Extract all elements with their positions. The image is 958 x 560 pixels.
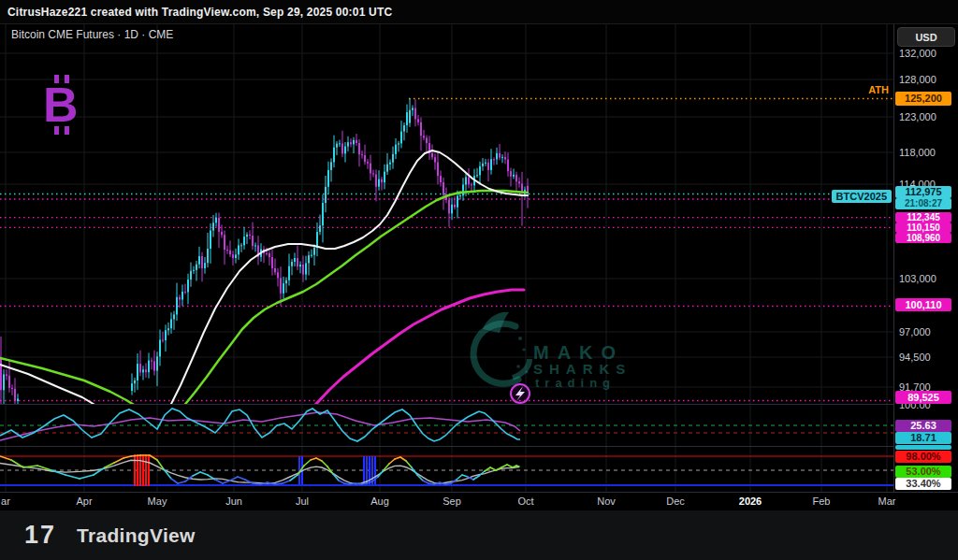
price-value-tag: 98.00% <box>895 451 951 463</box>
price-tick-label: 132,000 <box>894 48 958 59</box>
contract-label: BTCV2025 <box>832 190 892 203</box>
time-tick-label: Aug <box>370 495 389 507</box>
tradingview-brand[interactable]: TradingView <box>77 524 196 547</box>
time-axis[interactable]: arAprMayJunJulAugSepOctNovDec2026FebMar <box>0 492 958 511</box>
watermark-line3: trading <box>535 376 616 390</box>
price-pane[interactable] <box>0 98 893 410</box>
price-value-tag: 21:08:27 <box>895 198 951 209</box>
time-tick-label: Oct <box>517 495 533 507</box>
price-tick-label: 97,000 <box>894 326 958 337</box>
price-tick-label: 103,000 <box>894 273 958 284</box>
price-tick-label: 118,000 <box>894 147 958 158</box>
time-tick-label: Nov <box>597 495 616 507</box>
footer-bar: 17 TradingView <box>0 510 958 560</box>
price-value-tag: 100,110 <box>895 298 951 311</box>
price-value-tag: 18.71 <box>895 432 951 444</box>
chart-window: CitrusHaze221 created with TradingView.c… <box>0 0 958 560</box>
pane-dividers <box>0 24 958 492</box>
time-tick-label: Apr <box>76 495 92 507</box>
price-tick-label: 94,500 <box>894 352 958 363</box>
price-tick-label: 123,000 <box>894 111 958 122</box>
time-tick-label: Dec <box>666 495 685 507</box>
tradingview-logo-icon[interactable]: 17 <box>24 521 56 551</box>
price-tick-label: 128,000 <box>894 74 958 85</box>
time-tick-label: Feb <box>813 495 831 507</box>
price-value-tag: 108,960 <box>895 233 951 243</box>
time-tick-label: ar <box>1 495 10 507</box>
price-value-tag: 53.00% <box>895 466 951 478</box>
price-value-tag: 25.63 <box>895 420 951 432</box>
symbol-legend[interactable]: Bitcoin CME Futures · 1D · CME <box>11 28 173 41</box>
ath-annotation: ATH <box>868 84 889 95</box>
time-tick-label: Sep <box>443 495 461 507</box>
price-value-tag: 110,150 <box>895 223 951 233</box>
stoch-pane[interactable] <box>0 454 893 486</box>
time-tick-label: Jul <box>296 495 309 507</box>
time-tick-label: May <box>148 495 167 507</box>
bitcoin-icon: B <box>34 75 90 135</box>
price-value-tag: 33.40% <box>895 478 951 490</box>
bitcoin-letter: B <box>43 80 79 129</box>
time-tick-label: Jun <box>225 495 242 507</box>
price-value-tag: 125,200 <box>895 92 951 106</box>
grid-lines <box>0 24 893 492</box>
time-tick-label: 2026 <box>739 495 762 507</box>
currency-toggle-button[interactable]: USD <box>897 27 955 47</box>
price-value-tag <box>895 445 951 450</box>
price-value-tag: 89,525 <box>895 391 951 404</box>
stoch-d-line <box>0 460 519 483</box>
symbol-title[interactable]: Bitcoin CME Futures · 1D · CME <box>11 28 173 41</box>
time-tick-label: Mar <box>878 495 896 507</box>
price-axis[interactable]: 132,000128,000123,000118,000114,000103,0… <box>894 24 958 492</box>
rsi-pane[interactable] <box>0 409 893 441</box>
ma-slow-magenta <box>315 290 524 405</box>
watermark-line2: SHARKS <box>533 361 631 377</box>
price-value-tag: 112,975 <box>895 186 951 198</box>
chart-canvas[interactable] <box>0 0 958 560</box>
price-value-tag: 112,345 <box>895 212 951 223</box>
